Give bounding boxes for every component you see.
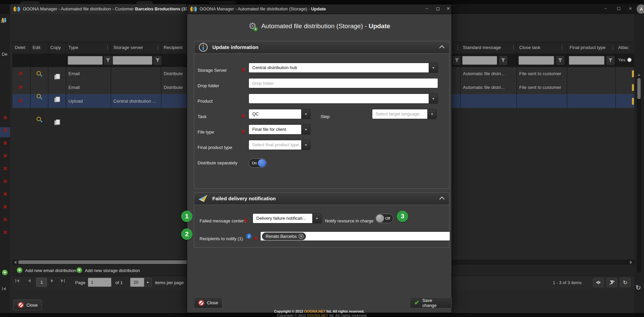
col-header-copy[interactable]: Copy — [50, 45, 61, 50]
main-close-button[interactable]: Close — [13, 300, 42, 310]
add-icon[interactable] — [2, 270, 8, 275]
edit-icon[interactable] — [37, 117, 41, 121]
delete-icon[interactable] — [3, 204, 7, 210]
delete-icon[interactable] — [18, 84, 23, 90]
horizontal-scrollbar-thumb[interactable] — [18, 260, 188, 264]
col-header-standard-message[interactable]: Standard message — [463, 45, 501, 50]
col-header-type[interactable]: Type — [68, 45, 78, 50]
col-header-final-product-type[interactable]: Final product type — [570, 45, 605, 50]
info-tooltip-icon[interactable] — [246, 233, 252, 239]
modal-maximize-button[interactable] — [436, 7, 439, 10]
closetask-filter-button[interactable] — [556, 56, 564, 65]
current-page-button[interactable]: 1 — [36, 278, 47, 287]
failed-message-select[interactable]: Delivery failure notificati... — [253, 213, 312, 223]
modal-close-button[interactable]: ✕ — [446, 6, 450, 11]
avatar[interactable]: A — [637, 4, 644, 14]
collapse-chevron-icon[interactable] — [439, 45, 445, 51]
closetask-filter-input[interactable] — [519, 56, 554, 65]
finalproduct-filter-button[interactable] — [606, 56, 614, 65]
add-storage-icon[interactable] — [76, 267, 82, 273]
dropdown-arrow-icon[interactable] — [301, 140, 311, 150]
refresh-icon[interactable] — [636, 284, 641, 292]
delete-icon[interactable] — [3, 217, 7, 223]
close-window-button[interactable]: ✕ — [629, 6, 632, 11]
finalproduct-filter-input[interactable] — [569, 56, 604, 65]
vertical-scrollbar-thumb[interactable] — [637, 78, 641, 99]
modal-footer-close-button[interactable]: Close — [194, 297, 222, 308]
clear-filters-button[interactable] — [606, 278, 617, 287]
maximize-button[interactable] — [617, 7, 620, 10]
column-menu-icon[interactable] — [610, 45, 615, 50]
column-menu-icon[interactable] — [455, 45, 460, 50]
dropdown-arrow-icon[interactable] — [427, 109, 437, 119]
page-size-select[interactable]: 20 — [130, 278, 144, 287]
scroll-left-icon[interactable] — [14, 261, 16, 264]
attach-filter-radio[interactable] — [627, 58, 632, 62]
next-page-button[interactable] — [51, 279, 53, 282]
last-page-button[interactable] — [61, 279, 65, 282]
delete-icon[interactable] — [3, 229, 7, 235]
first-page-button[interactable] — [15, 279, 19, 282]
dropdown-arrow-icon[interactable] — [429, 94, 438, 104]
delete-icon[interactable] — [18, 70, 23, 76]
first-page-icon[interactable] — [2, 287, 6, 290]
collapse-chevron-icon[interactable] — [439, 197, 445, 202]
home-icon[interactable]: ⌂ — [1, 17, 5, 24]
col-header-edit[interactable]: Edit — [33, 45, 40, 50]
failed-delivery-header[interactable]: Failed delivery notification — [194, 193, 449, 205]
add-email-icon[interactable] — [17, 267, 22, 273]
vertical-scrollbar[interactable] — [637, 77, 641, 272]
remove-recipient-icon[interactable] — [299, 234, 304, 239]
final-product-type-select[interactable]: Select final product type... — [249, 140, 301, 150]
edit-icon[interactable] — [37, 94, 41, 98]
background-tab[interactable] — [20, 1, 40, 4]
storage-filter-button[interactable] — [154, 56, 162, 65]
standard-filter-button[interactable] — [499, 56, 507, 65]
delete-icon[interactable] — [3, 166, 7, 172]
col-header-recipient[interactable]: Recipient — [164, 45, 186, 50]
dropdown-arrow-icon[interactable] — [301, 109, 311, 119]
recipient-chip[interactable]: Renato Barcelos — [262, 232, 306, 240]
delete-icon[interactable] — [3, 178, 7, 184]
col-header-storage-server[interactable]: Storage server — [113, 45, 143, 50]
page-size-arrow-icon[interactable] — [144, 278, 152, 287]
type-filter-input[interactable] — [68, 56, 103, 65]
fit-columns-button[interactable] — [593, 278, 604, 287]
storage-filter-input[interactable] — [113, 56, 152, 65]
add-email-distribution-button[interactable]: Add new email distribution — [25, 268, 76, 273]
dropdown-arrow-icon[interactable] — [429, 63, 438, 73]
storage-server-select[interactable]: Central distribution hub — [249, 63, 429, 73]
modal-minimize-button[interactable]: – — [426, 6, 428, 11]
column-menu-icon[interactable] — [511, 45, 516, 50]
edit-icon[interactable] — [37, 71, 41, 75]
dropdown-arrow-icon[interactable] — [312, 213, 322, 223]
delete-icon[interactable] — [3, 140, 7, 146]
refresh-grid-button[interactable] — [620, 278, 631, 287]
background-tab[interactable] — [209, 1, 236, 4]
background-tab[interactable] — [137, 1, 153, 4]
col-header-close-task[interactable]: Close task — [519, 45, 540, 50]
update-information-header[interactable]: Update information — [194, 41, 449, 54]
column-menu-icon[interactable] — [559, 45, 564, 50]
dropdown-arrow-icon[interactable] — [301, 124, 311, 135]
scroll-up-icon[interactable] — [638, 74, 640, 76]
task-select[interactable]: QC — [249, 109, 301, 119]
hidden-filter-button[interactable] — [453, 56, 461, 65]
scroll-right-icon[interactable] — [630, 261, 632, 264]
file-type-select[interactable]: Final file for client — [249, 124, 301, 135]
minimize-button[interactable]: – — [604, 6, 607, 11]
col-header-attachments[interactable]: Attac — [618, 45, 634, 50]
add-storage-distribution-button[interactable]: Add new storage distribution — [85, 268, 140, 273]
copy-icon[interactable] — [54, 75, 58, 80]
copy-icon[interactable] — [54, 120, 58, 125]
copy-icon[interactable] — [54, 98, 58, 102]
drop-folder-input[interactable] — [249, 78, 438, 88]
step-select[interactable]: Select target language... — [372, 109, 427, 119]
delete-icon[interactable] — [3, 191, 7, 197]
product-select[interactable] — [249, 94, 429, 104]
delete-icon[interactable] — [3, 127, 7, 134]
save-change-button[interactable]: Save change — [410, 297, 452, 308]
column-menu-icon[interactable] — [105, 45, 110, 50]
notify-resource-toggle[interactable]: Off — [375, 214, 393, 223]
delete-icon[interactable] — [3, 115, 7, 121]
